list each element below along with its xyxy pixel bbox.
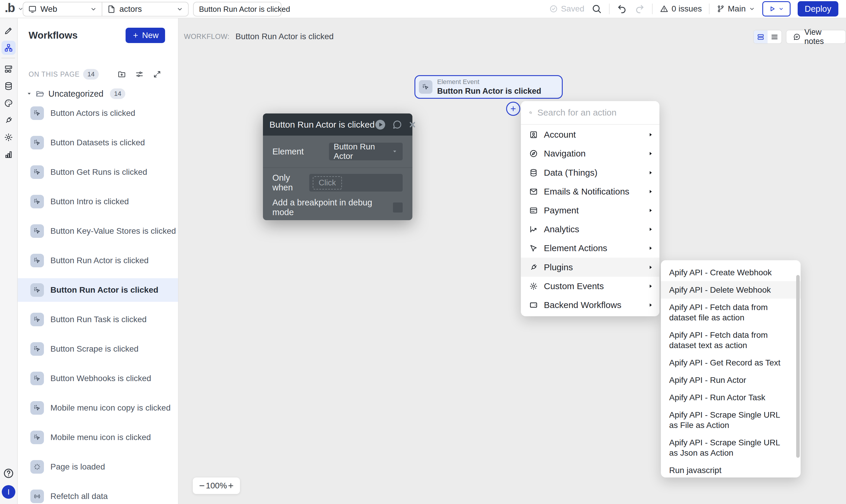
- action-category-item[interactable]: Backend Workflows: [521, 295, 660, 314]
- workflow-list-item[interactable]: Button Datasets is clicked: [18, 131, 178, 155]
- submenu-scrollbar[interactable]: [796, 275, 800, 458]
- event-type-label: Element Event: [437, 78, 541, 86]
- only-when-input[interactable]: Click: [309, 174, 403, 192]
- plugin-action-item[interactable]: Apify API - Fetch data from dataset file…: [661, 299, 800, 326]
- rail-item[interactable]: [1, 147, 16, 162]
- zoom-out-button[interactable]: [198, 482, 206, 489]
- element-dropdown-value: Button Run Actor: [334, 142, 392, 161]
- workflow-list-item[interactable]: Button Intro is clicked: [18, 190, 178, 213]
- plugin-action-item[interactable]: Apify API - Delete Webhook: [661, 281, 800, 299]
- cursor-click-icon: [33, 345, 41, 353]
- add-action-button[interactable]: [506, 102, 520, 116]
- avatar[interactable]: I: [2, 485, 15, 499]
- rail-item[interactable]: [1, 23, 16, 38]
- gear-icon: [4, 133, 13, 142]
- page-select[interactable]: actors: [102, 2, 188, 16]
- rail-item[interactable]: [1, 62, 16, 76]
- action-category-item[interactable]: Custom Events: [521, 277, 660, 295]
- plugin-action-item[interactable]: Apify API - Run Actor Task: [661, 389, 800, 406]
- pointer-icon: [529, 244, 538, 253]
- workflow-list-item[interactable]: Button Run Actor is clicked: [18, 249, 178, 272]
- workflow-list-item[interactable]: Page is loaded: [18, 455, 178, 479]
- comment-button[interactable]: [392, 119, 402, 130]
- workflow-list-item[interactable]: Button Get Runs is clicked: [18, 160, 178, 184]
- broadcast-icon: [33, 492, 41, 501]
- action-category-item[interactable]: Plugins: [521, 257, 660, 276]
- plugin-action-item[interactable]: Apify API - Create Webhook: [661, 264, 800, 281]
- deploy-button[interactable]: Deploy: [798, 1, 838, 17]
- workflow-list-item[interactable]: Button Run Task is clicked: [18, 308, 178, 331]
- help-button[interactable]: [3, 467, 15, 479]
- cursor-click-icon: [33, 109, 41, 117]
- plugin-action-item[interactable]: Apify API - Scrape Single URL as Json as…: [661, 434, 800, 462]
- add-folder-button[interactable]: [117, 70, 126, 79]
- element-dropdown[interactable]: Button Run Actor: [329, 143, 403, 160]
- view-notes-button[interactable]: View notes: [786, 30, 846, 44]
- window-icon: [529, 301, 538, 309]
- canvas-view-toggle: [753, 30, 782, 44]
- preview-button[interactable]: [762, 1, 791, 17]
- check-circle-icon: [549, 4, 558, 13]
- workflow-list-item[interactable]: Button Run Actor is clicked: [18, 278, 178, 302]
- undo-button[interactable]: [617, 3, 627, 14]
- submenu-arrow-icon: [648, 245, 653, 251]
- action-category-item[interactable]: Account: [521, 125, 660, 144]
- rail-item[interactable]: [1, 113, 16, 127]
- left-navigation-rail: I: [0, 18, 18, 504]
- action-search-input[interactable]: [537, 108, 651, 118]
- action-category-item[interactable]: Payment: [521, 201, 660, 220]
- workflow-list-item[interactable]: Button Scrape is clicked: [18, 337, 178, 361]
- plugin-action-item[interactable]: Apify API - Get Record as Text: [661, 354, 800, 371]
- action-category-item[interactable]: Analytics: [521, 220, 660, 239]
- workflow-canvas[interactable]: WORKFLOW: Button Run Actor is clicked Vi…: [179, 18, 846, 504]
- breakpoint-checkbox[interactable]: [393, 202, 403, 213]
- workflow-list-item[interactable]: Button Webhooks is clicked: [18, 367, 178, 390]
- workflow-list-item[interactable]: Button Actors is clicked: [18, 102, 178, 125]
- close-icon[interactable]: [408, 121, 416, 129]
- search-button[interactable]: [591, 3, 602, 14]
- analytics-icon: [529, 225, 538, 234]
- rail-item[interactable]: [1, 41, 16, 55]
- branch-selector[interactable]: Main: [717, 4, 755, 14]
- group-count-badge: 14: [110, 88, 125, 99]
- run-button[interactable]: [375, 119, 386, 130]
- expand-panel-button[interactable]: [153, 70, 162, 79]
- plugin-action-item[interactable]: Apify API - Fetch data from dataset text…: [661, 326, 800, 354]
- workflow-label: WORKFLOW:: [184, 32, 230, 41]
- workflow-group-row[interactable]: Uncategorized 14: [26, 87, 125, 100]
- action-category-item[interactable]: Data (Things): [521, 163, 660, 182]
- plus-icon: [132, 32, 139, 39]
- rail-item[interactable]: [1, 130, 16, 144]
- cursor-click-icon: [33, 374, 41, 382]
- plugin-action-item[interactable]: Apify API - Run Actor: [661, 371, 800, 389]
- action-category-item[interactable]: Navigation: [521, 144, 660, 163]
- workflow-selector-dropdown[interactable]: Button Run Actor is clicked: [193, 2, 282, 17]
- workflow-list-item[interactable]: Mobile menu icon copy is clicked: [18, 396, 178, 420]
- rail-item[interactable]: [1, 96, 16, 110]
- event-card[interactable]: Element Event Button Run Actor is clicke…: [414, 75, 563, 99]
- issues-button[interactable]: 0 issues: [660, 4, 702, 14]
- platform-select[interactable]: Web: [23, 2, 102, 16]
- chevron-down-icon: [778, 6, 784, 12]
- redo-button[interactable]: [634, 3, 645, 14]
- cursor-click-icon: [33, 286, 41, 294]
- cards-view-icon: [757, 33, 764, 41]
- zoom-in-button[interactable]: [227, 482, 235, 489]
- bubble-logo-menu[interactable]: .b: [5, 0, 24, 18]
- rail-item[interactable]: [1, 79, 16, 93]
- cursor-click-icon: [33, 139, 41, 147]
- list-view-button[interactable]: [768, 30, 781, 43]
- filter-button[interactable]: [135, 70, 144, 79]
- workflow-list-item[interactable]: Button Key-Value Stores is clicked: [18, 219, 178, 243]
- plugin-action-item[interactable]: Apify API - Scrape Single URL as File as…: [661, 406, 800, 434]
- workflow-list-item[interactable]: Refetch all data: [18, 485, 178, 504]
- spinner-icon: [33, 463, 41, 471]
- workflow-list-item[interactable]: Mobile menu icon is clicked: [18, 426, 178, 449]
- action-category-item[interactable]: Emails & Notifications: [521, 182, 660, 201]
- dialog-header[interactable]: Button Run Actor is clicked: [263, 113, 412, 136]
- plugin-action-item[interactable]: Run javascript: [661, 462, 800, 478]
- chart-icon: [4, 150, 13, 159]
- action-category-item[interactable]: Element Actions: [521, 239, 660, 257]
- new-workflow-button[interactable]: New: [126, 28, 165, 43]
- cards-view-button[interactable]: [754, 30, 768, 43]
